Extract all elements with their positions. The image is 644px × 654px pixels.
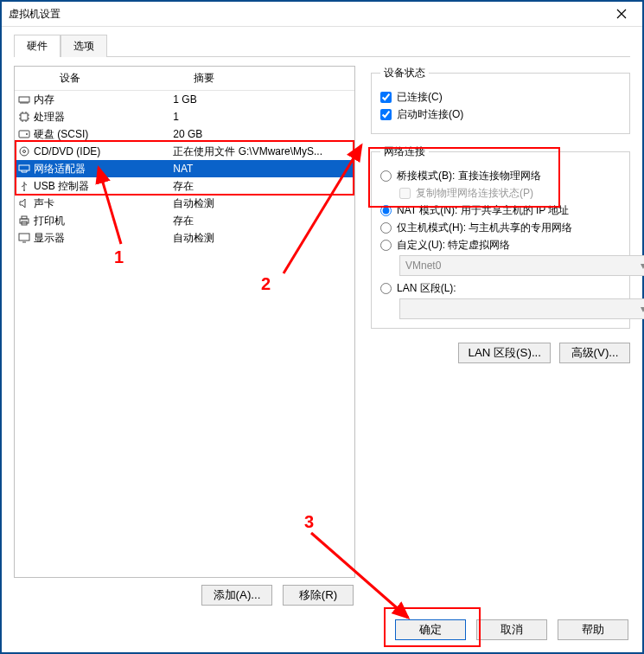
cancel-button[interactable]: 取消 [476,619,547,640]
tab-strip: 硬件 选项 [2,27,642,56]
memory-icon [18,94,30,105]
device-list[interactable]: 设备 摘要 内存 1 GB 处理器 1 硬盘 (SCSI) 20 GB [14,66,355,578]
display-icon [18,233,30,243]
svg-point-7 [23,189,25,191]
network-legend: 网络连接 [380,144,429,159]
table-row[interactable]: 硬盘 (SCSI) 20 GB [15,125,354,143]
svg-point-4 [20,147,29,156]
nat-radio[interactable]: NAT 模式(N): 用于共享主机的 IP 地址 [380,203,621,218]
connect-on-power-input[interactable] [380,109,392,120]
table-row[interactable]: 显示器 自动检测 [15,229,354,247]
close-button[interactable] [603,3,641,24]
network-connection-group: 网络连接 桥接模式(B): 直接连接物理网络 复制物理网络连接状态(P) NAT… [371,144,630,329]
lan-radio[interactable]: LAN 区段(L): [380,281,621,296]
disk-icon [18,129,30,139]
svg-rect-2 [19,131,29,138]
table-row[interactable]: CD/DVD (IDE) 正在使用文件 G:\VMware\MyS... [15,143,354,160]
replicate-input [399,188,411,199]
lan-segment-button[interactable]: LAN 区段(S)... [458,343,551,363]
lan-input[interactable] [380,283,392,294]
cd-icon [18,146,30,157]
col-device: 设备 [51,67,185,90]
dialog-footer: 确定 取消 帮助 [2,612,642,652]
ok-button[interactable]: 确定 [395,619,466,640]
table-row[interactable]: 打印机 存在 [15,212,354,229]
svg-rect-9 [22,216,27,219]
sound-icon [18,198,30,208]
left-buttons: 添加(A)... 移除(R) [14,578,355,606]
title-bar: 虚拟机设置 [2,2,642,27]
chevron-down-icon: ▾ [641,260,644,272]
col-summary: 摘要 [185,67,354,90]
printer-icon [18,215,30,226]
vm-settings-window: 虚拟机设置 硬件 选项 设备 摘要 内存 1 GB [0,0,644,654]
help-button[interactable]: 帮助 [558,619,628,640]
table-row[interactable]: 声卡 自动检测 [15,195,354,212]
connect-on-power-checkbox[interactable]: 启动时连接(O) [380,107,621,122]
svg-point-5 [23,151,26,153]
window-title: 虚拟机设置 [9,7,603,22]
remove-button[interactable]: 移除(R) [283,585,354,606]
hostonly-input[interactable] [380,222,392,234]
right-pane: 设备状态 已连接(C) 启动时连接(O) 网络连接 桥接模式(B): 直接连接物… [371,66,630,606]
custom-radio[interactable]: 自定义(U): 特定虚拟网络 [380,238,621,253]
tab-options[interactable]: 选项 [61,35,107,57]
close-icon [616,9,627,19]
svg-rect-11 [19,234,29,240]
table-row[interactable]: 处理器 1 [15,108,354,125]
advanced-button[interactable]: 高级(V)... [559,343,630,363]
bridged-input[interactable] [380,170,392,182]
svg-rect-1 [21,113,28,120]
lan-select: ▾ [399,298,644,319]
tab-hardware[interactable]: 硬件 [14,35,61,57]
connected-checkbox[interactable]: 已连接(C) [380,90,621,105]
replicate-checkbox: 复制物理网络连接状态(P) [399,186,621,201]
custom-input[interactable] [380,240,392,251]
connected-input[interactable] [380,92,392,103]
table-row[interactable]: USB 控制器 存在 [15,177,354,195]
content-area: 设备 摘要 内存 1 GB 处理器 1 硬盘 (SCSI) 20 GB [2,57,642,612]
hostonly-radio[interactable]: 仅主机模式(H): 与主机共享的专用网络 [380,221,621,235]
chevron-down-icon: ▾ [641,303,644,315]
device-status-group: 设备状态 已连接(C) 启动时连接(O) [371,66,630,134]
device-status-legend: 设备状态 [380,66,429,80]
cpu-icon [18,112,30,122]
add-button[interactable]: 添加(A)... [201,585,272,606]
svg-rect-0 [19,97,29,102]
svg-rect-6 [19,165,29,170]
svg-point-3 [26,133,28,135]
bridged-radio[interactable]: 桥接模式(B): 直接连接物理网络 [380,169,621,183]
left-pane: 设备 摘要 内存 1 GB 处理器 1 硬盘 (SCSI) 20 GB [14,66,355,606]
nat-input[interactable] [380,205,392,216]
table-row[interactable]: 内存 1 GB [15,91,354,108]
right-buttons: LAN 区段(S)... 高级(V)... [371,343,630,363]
device-list-header: 设备 摘要 [15,67,354,91]
table-row[interactable]: 网络适配器 NAT [15,160,354,177]
usb-icon [18,181,30,191]
network-icon [18,164,30,174]
custom-select: VMnet0 ▾ [399,255,644,276]
